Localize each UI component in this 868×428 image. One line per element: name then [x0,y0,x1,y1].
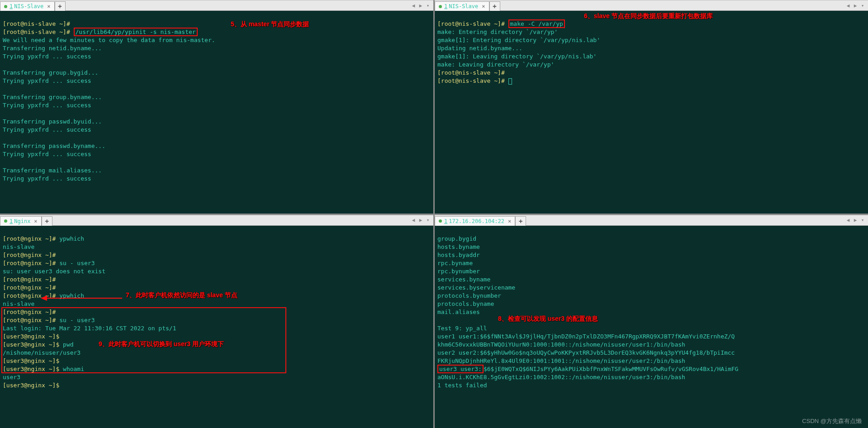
nav-menu-icon[interactable]: ▾ [424,3,432,9]
output-line: nis-slave [3,300,34,307]
output-line: su: user user3 does not exist [3,268,105,275]
prompt: [root@nginx ~]# [3,292,56,299]
tab-close-icon[interactable]: × [482,3,485,10]
output-line: Test 9: yp_all [437,325,487,332]
output-line: We will need a few minutes to copy the d… [3,37,215,43]
nav-next-icon[interactable]: ▶ [852,217,859,223]
command-text: su - user3 [59,260,95,266]
prompt: [root@nginx ~]# [3,284,56,291]
prompt: [root@nginx ~]# [3,260,56,266]
terminal-br[interactable]: group.bygid hosts.byname hosts.byaddr rp… [435,226,868,428]
output-line: Transferring group.byname... [3,94,102,100]
output-line: Trying ypxfrd ... success [3,77,91,84]
tab-close-icon[interactable]: × [47,3,50,10]
nav-prev-icon[interactable]: ◀ [410,3,417,9]
nav-next-icon[interactable]: ▶ [852,3,859,9]
nav-prev-icon[interactable]: ◀ [844,217,852,223]
cmd-highlight-box: /usr/lib64/yp/ypinit -s nis-master [74,28,198,36]
tab-number: 1 [9,218,13,224]
new-tab-button[interactable]: + [42,216,52,226]
annotation-9: 9、此时客户机可以切换到 user3 用户环境下 [99,340,224,348]
tab-nis-slave-tl[interactable]: 1 NIS-Slave × [0,1,55,11]
output-line: user2 user2:$6$yHhUw0Go$nq3oUQyCwPoKKPyx… [437,349,735,356]
output-line: user3 [3,374,20,380]
output-line: aONsU.i.KCKhE8.5gGvEgtLzi0:1002:1002::/n… [437,374,685,380]
prompt: [root@nis-slave ~]# [437,69,505,76]
tabbar-br: 1 172.16.206.104:22 × + ◀ ▶ ▾ [435,215,868,226]
tab-close-icon[interactable]: × [508,218,511,224]
command-text: pwd [63,341,73,348]
command-text: /usr/lib64/yp/ypinit -s nis-master [76,29,196,35]
terminal-tr[interactable]: [root@nis-slave ~]# make -C /var/yp make… [435,11,868,214]
annotation-8: 8、检查可以发现 user3 的配置信息 [498,314,598,323]
annotation-7: 7、此时客户机依然访问的是 slave 节点 [126,291,237,299]
command-text: ypwhich [59,292,84,299]
new-tab-button[interactable]: + [515,216,526,226]
prompt: [root@nis-slave ~]# [3,20,70,27]
pane-top-right: 1 NIS-Slave × + ◀ ▶ ▾ [root@nis-slave ~]… [435,0,868,214]
output-line: Trying ypxfrd ... success [3,102,91,109]
terminal-bl[interactable]: [root@nginx ~]# ypwhich nis-slave [root@… [0,226,433,428]
annotation-6: 6、slave 节点在同步数据后要重新打包数据库 [584,12,713,20]
tabbar-tr: 1 NIS-Slave × + ◀ ▶ ▾ [435,0,868,11]
tab-ssh-ip[interactable]: 1 172.16.206.104:22 × [435,216,515,226]
output-line: gmake[1]: Entering directory `/var/yp/ni… [437,37,600,43]
output-line: Transferring passwd.byname... [3,143,105,149]
output-line: Updating netid.byname... [437,45,522,52]
pane-top-left: 1 NIS-Slave × + ◀ ▶ ▾ [root@nis-slave ~]… [0,0,433,214]
nav-prev-icon[interactable]: ◀ [410,217,417,223]
tab-number: 1 [444,3,447,10]
tab-label: 172.16.206.104:22 [449,218,504,224]
output-line: hosts.byname [437,243,480,250]
command-text: su - user3 [59,317,95,323]
output-line: Transferring netid.byname... [3,45,102,52]
tab-active-dot-icon [4,5,7,8]
tab-number: 1 [9,3,13,10]
output-line: Transferring group.bygid... [3,69,98,76]
prompt: [root@nis-slave ~]# [437,77,505,84]
output-line: services.byname [437,276,490,283]
tab-close-icon[interactable]: × [34,218,37,224]
prompt: [user3@nginx ~]$ [3,341,59,348]
prompt: [root@nginx ~]# [3,252,56,258]
tab-active-dot-icon [4,219,7,223]
output-line: rpc.byname [437,260,473,266]
nav-next-icon[interactable]: ▶ [417,217,424,223]
tabbar-bl: 1 Nginx × + ◀ ▶ ▾ [0,215,433,226]
output-line: user1 user1:$6$fNNt3Avl$J9jlHq/TjbnDZ0n2… [437,333,735,340]
output-line: Transferring mail.aliases... [3,167,102,174]
output-line: /nishome/nisuser/user3 [3,349,81,356]
nav-menu-icon[interactable]: ▾ [424,217,432,223]
nav-next-icon[interactable]: ▶ [417,3,424,9]
output-line: hosts.byaddr [437,252,480,258]
tab-number: 1 [444,218,447,224]
pane-bottom-right: 1 172.16.206.104:22 × + ◀ ▶ ▾ group.bygi… [435,215,868,428]
command-text: make -C /var/yp [510,20,563,27]
annotation-5: 5、从 master 节点同步数据 [231,20,309,28]
new-tab-button[interactable]: + [55,1,66,11]
cmd-highlight-box: make -C /var/yp [508,19,565,28]
terminal-tl[interactable]: [root@nis-slave ~]# [root@nis-slave ~]# … [0,11,433,214]
tab-nis-slave-tr[interactable]: 1 NIS-Slave × [435,1,489,11]
pane-bottom-left: 1 Nginx × + ◀ ▶ ▾ [root@nginx ~]# ypwhic… [0,215,433,428]
output-line: Last login: Tue Mar 22 11:30:16 CST 2022… [3,325,176,332]
nav-menu-icon[interactable]: ▾ [859,217,866,223]
tab-nginx[interactable]: 1 Nginx × [0,216,42,226]
output-line: services.byservicename [437,284,515,291]
prompt: [root@nginx ~]# [3,276,56,283]
tab-active-dot-icon [439,219,442,223]
output-line: Trying ypxfrd ... success [3,126,91,133]
output-line: Transferring passwd.byuid... [3,118,102,125]
new-tab-button[interactable]: + [489,1,500,11]
prompt: [user3@nginx ~]$ [3,382,59,389]
nav-prev-icon[interactable]: ◀ [844,3,852,9]
output-line: khm6C50vxxkUBBnTWQOiYUurN0:1000:1000::/n… [437,341,685,348]
output-line: $6$jE0WQTxQ$6NIJsPYy6AakPUiXbbfPnxWnTSFa… [484,366,739,372]
output-line: make: Entering directory `/var/yp' [437,29,558,35]
tab-label: NIS-Slave [449,3,478,10]
output-line: make: Leaving directory `/var/yp' [437,61,554,68]
prompt: [root@nginx ~]# [3,317,56,323]
prompt: [root@nis-slave ~]# [437,20,505,27]
command-text: ypwhich [59,235,84,242]
nav-menu-icon[interactable]: ▾ [859,3,866,9]
